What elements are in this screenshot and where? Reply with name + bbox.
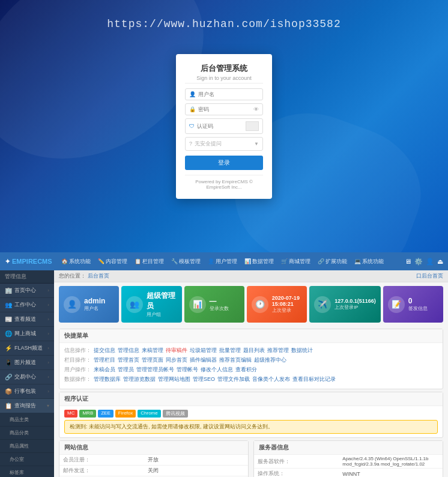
sidebar-sub-goods-attr[interactable]: 商品属性 [0, 440, 54, 453]
settings-icon[interactable]: ⚙️ [414, 258, 423, 266]
username-input[interactable] [198, 91, 259, 97]
quick-link-account[interactable]: 管理帐号 [177, 366, 198, 374]
quick-link-admin[interactable]: 管理员 [118, 366, 134, 374]
quick-link-draft[interactable]: 来稿管理 [142, 347, 163, 354]
sidebar-item-flash[interactable]: ⚡ FLASH频道 › [0, 341, 54, 356]
quick-link-admin-account[interactable]: 管理管理员帐号 [136, 366, 174, 374]
arrow-icon-8: › [47, 389, 49, 394]
quick-link-browse[interactable]: 管理游览数据 [123, 375, 156, 383]
sidebar-item-image[interactable]: 📱 图片频道 › [0, 356, 54, 370]
quick-link-db[interactable]: 管理数据库 [94, 375, 121, 383]
logout-icon[interactable]: ⏏ [437, 258, 443, 266]
nav-sysm[interactable]: 💻 系统功能 [351, 256, 387, 267]
quick-link-file-load[interactable]: 管理文件加载 [217, 375, 250, 383]
sidebar-item-report[interactable]: 📋 查询报告 ▾ [0, 399, 54, 413]
row-label-3: 数据操作： [64, 375, 91, 383]
stats-row: 👤 admin 用户名 👥 超级管理员 用户组 📊 [54, 282, 448, 326]
row-label-0: 信息操作： [64, 347, 91, 354]
monitor-icon[interactable]: 🖥 [405, 258, 411, 266]
sign-label: 签发信息 [408, 305, 438, 312]
quick-links-title: 快捷菜单 [59, 329, 443, 343]
sidebar-item-home[interactable]: 🏢 首页中心 › [0, 284, 54, 298]
quick-link-audio[interactable]: 音像类个人发布 [252, 375, 290, 383]
nav-template[interactable]: 🔧 模板管理 [168, 256, 204, 267]
tag-tencent[interactable]: 腾讯视频 [163, 410, 188, 418]
quick-link-batch[interactable]: 批量管理 [219, 347, 241, 354]
login-button[interactable]: 登录 [185, 156, 263, 170]
sidebar-sub-tags[interactable]: 标签库 [0, 466, 54, 477]
table-row: 操作系统： WINNT [254, 469, 443, 478]
table-row: 服务器软件： Apache/2.4.35 (Win64) OpenSSL/1.1… [254, 455, 443, 469]
quick-link-profile[interactable]: 修改个人信息 [201, 366, 233, 374]
sidebar-item-pkg[interactable]: 📦 行事包装 › [0, 384, 54, 399]
login-footer: Powered by EmpireCMS © EmpireSoft Inc... [185, 175, 263, 190]
quick-link-pending[interactable]: 待审稿件 [166, 347, 187, 354]
user-mgr-icon: 👤 [208, 258, 214, 264]
username-label: 用户名 [84, 305, 114, 312]
security-question-select[interactable]: ? 无安全提问 ▼ [185, 137, 263, 151]
nav-data[interactable]: 📊 数据管理 [241, 256, 277, 267]
quick-row-3: 数据操作： 管理数据库 管理游览数据 管理网站地图 管理SEO 管理文件加载 音… [64, 375, 438, 383]
nav-system[interactable]: 🏠 系统功能 [58, 256, 94, 267]
tag-chrome[interactable]: Chrome [138, 410, 160, 418]
sidebar-sub-office[interactable]: 办公室 [0, 453, 54, 466]
nav-content[interactable]: ✏️ 内容管理 [95, 256, 130, 267]
captcha-field-wrap: 🛡 [185, 118, 263, 134]
captcha-input[interactable] [197, 123, 246, 129]
last-login-label: 上次登录 [272, 307, 302, 314]
login-count-label: 登录次数 [210, 305, 240, 312]
tag-zee[interactable]: ZEE [98, 410, 114, 418]
quick-link-submit[interactable]: 提交信息 [94, 347, 115, 354]
quick-link-manage[interactable]: 管理信息 [118, 347, 139, 354]
edit-mode-label[interactable]: 口后台首页 [416, 272, 443, 280]
quick-link-seo[interactable]: 管理SEO [193, 375, 215, 383]
quick-link-recommend[interactable]: 推荐管理 [267, 347, 289, 354]
sidebar-item-shop[interactable]: 🌐 网上商城 › [0, 327, 54, 341]
quick-link-contrib[interactable]: 来稿会员 [94, 366, 115, 374]
chevron-down-icon: ▼ [254, 141, 259, 147]
login-card: 后台管理系统 Sign in to your account 👤 🔒 👁 🛡 ?… [176, 54, 272, 199]
sign-stat-icon: 📝 [388, 296, 405, 313]
srv-os-label: 操作系统： [254, 469, 339, 478]
quick-link-pages[interactable]: 管理页面 [142, 356, 163, 364]
password-input[interactable] [198, 106, 253, 112]
arrow-icon-2: › [47, 302, 49, 308]
quick-link-stats[interactable]: 数据统计 [291, 347, 313, 354]
quick-link-trash[interactable]: 垃圾箱管理 [190, 347, 217, 354]
login-subtitle: Sign in to your account [185, 75, 263, 81]
quick-link-homepage[interactable]: 管理首页 [118, 356, 139, 364]
ext-icon: 🔗 [318, 258, 324, 264]
sidebar-item-work[interactable]: 👥 工作中心 › [0, 298, 54, 312]
info-row: 网站信息 会员注册： 开放 邮件发送： 关闭 管理员个数： 1人 [59, 440, 443, 477]
brand-name: EMPIRECMS [12, 258, 52, 265]
sidebar-sub-goods-cat[interactable]: 商品分类 [0, 427, 54, 440]
quick-link-super-rec[interactable]: 超级推荐中心 [254, 356, 286, 364]
quick-link-target[interactable]: 查看目标对比记录 [292, 375, 336, 383]
quick-link-points[interactable]: 查看积分 [235, 366, 257, 374]
quick-link-rec-edit[interactable]: 推荐首页编辑 [219, 356, 252, 364]
password-toggle-icon[interactable]: 👁 [253, 106, 259, 112]
quick-link-sync[interactable]: 同步首页 [166, 356, 187, 364]
sidebar-sub-goods-main[interactable]: 商品主类 [0, 413, 54, 427]
nav-ext[interactable]: 🔗 扩展功能 [315, 256, 350, 267]
tag-mrb[interactable]: MRB [79, 410, 96, 418]
navbar: ✦ EMPIRECMS 🏠 系统功能 ✏️ 内容管理 📋 栏目管理 🔧 模板管理… [0, 252, 448, 270]
shop-sidebar-icon: 🌐 [5, 330, 12, 337]
tag-firefox[interactable]: Firefox [115, 410, 136, 418]
quick-link-manage-col[interactable]: 管理栏目 [94, 356, 115, 364]
nav-column[interactable]: 📋 栏目管理 [132, 256, 167, 267]
user-avatar-icon[interactable]: 👤 [426, 258, 434, 266]
quick-link-topic[interactable]: 题目列表 [243, 347, 265, 354]
quick-link-plugin[interactable]: 插件编辑器 [190, 356, 217, 364]
content-icon: ✏️ [98, 258, 104, 264]
sidebar-item-channel[interactable]: 📰 查看频道 › [0, 312, 54, 327]
nav-user[interactable]: 👤 用户管理 [205, 256, 240, 267]
time-stat-icon: 🕐 [252, 296, 268, 313]
captcha-image[interactable] [246, 121, 259, 131]
nav-shop[interactable]: 🛒 商城管理 [278, 256, 313, 267]
quick-link-sitemap[interactable]: 管理网站地图 [158, 375, 190, 383]
row-label-1: 栏目操作： [64, 356, 91, 364]
tag-mc[interactable]: MC [64, 410, 77, 418]
url-banner: https://www.huzhan.com/ishop33582 [107, 18, 341, 30]
sidebar-item-trade[interactable]: 🔗 交易中心 › [0, 370, 54, 384]
